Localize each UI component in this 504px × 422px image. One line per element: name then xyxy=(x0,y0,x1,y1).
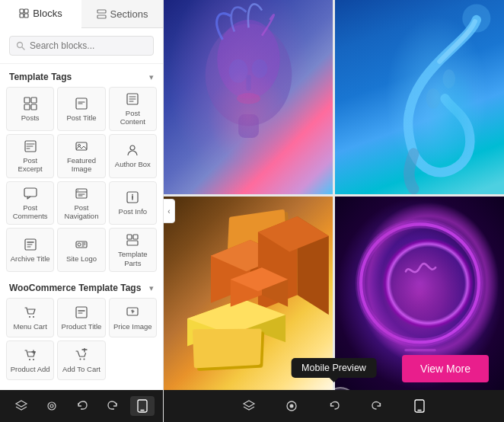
svg-point-94 xyxy=(373,235,467,330)
posts-icon xyxy=(24,97,37,110)
main-layers-btn[interactable] xyxy=(235,392,263,420)
block-menu-cart[interactable]: Menu Cart xyxy=(6,298,54,337)
svg-point-97 xyxy=(289,404,293,408)
woocommerce-grid: Menu Cart Product Title Price Image xyxy=(6,298,157,380)
svg-point-53 xyxy=(29,359,30,360)
svg-rect-8 xyxy=(24,98,30,103)
woocommerce-chevron[interactable]: ▾ xyxy=(149,283,154,293)
collapse-sidebar-arrow[interactable]: ‹ xyxy=(164,199,175,223)
svg-point-66 xyxy=(206,24,292,126)
svg-rect-10 xyxy=(24,104,30,110)
svg-point-89 xyxy=(361,224,479,342)
svg-rect-5 xyxy=(97,15,106,18)
block-product-title-label: Product Title xyxy=(62,322,102,331)
search-box xyxy=(0,28,163,64)
woocommerce-header: WooCommerce Template Tags ▾ xyxy=(6,275,157,298)
svg-rect-44 xyxy=(127,235,132,239)
hand-overlay xyxy=(335,0,504,194)
svg-marker-61 xyxy=(16,401,27,407)
block-site-logo[interactable]: Site Logo xyxy=(57,228,105,272)
main-mobile-icon xyxy=(414,399,425,413)
svg-rect-45 xyxy=(133,235,138,239)
svg-point-57 xyxy=(79,358,81,360)
post-comments-icon xyxy=(24,187,37,200)
block-site-logo-label: Site Logo xyxy=(66,254,97,263)
add-to-cart-icon xyxy=(75,348,88,362)
block-add-to-cart[interactable]: Add To Cart xyxy=(57,340,105,380)
sculpture-overlay xyxy=(164,0,333,194)
main-undo-btn[interactable] xyxy=(321,392,348,420)
block-posts[interactable]: Posts xyxy=(6,87,54,131)
image-cell-1 xyxy=(164,0,333,194)
block-featured-image[interactable]: Featured Image xyxy=(57,134,105,178)
template-parts-icon xyxy=(126,233,139,247)
block-author-box-label: Author Box xyxy=(115,160,151,168)
main-bottom-toolbar xyxy=(164,390,504,422)
template-tags-chevron[interactable]: ▾ xyxy=(149,72,154,82)
blocks-icon xyxy=(19,8,29,18)
main-layers-icon xyxy=(242,399,256,413)
svg-rect-4 xyxy=(97,10,106,13)
price-image-icon xyxy=(126,305,139,319)
block-product-add[interactable]: Product Add xyxy=(6,340,54,380)
block-template-parts[interactable]: Template Parts xyxy=(109,228,157,272)
block-author-box[interactable]: Author Box xyxy=(109,134,157,178)
svg-point-75 xyxy=(462,4,490,32)
menu-cart-icon xyxy=(24,305,37,319)
theme-icon xyxy=(45,399,59,413)
product-title-icon xyxy=(75,305,88,319)
block-featured-image-label: Featured Image xyxy=(61,156,101,174)
product-add-icon xyxy=(24,348,37,362)
woocommerce-title: WooCommerce Template Tags xyxy=(9,283,141,293)
post-title-icon xyxy=(75,97,88,110)
toolbar-theme-btn[interactable] xyxy=(39,396,65,416)
svg-point-47 xyxy=(29,316,30,318)
block-post-content-label: Post Content xyxy=(113,109,153,126)
toolbar-redo-btn[interactable] xyxy=(100,396,126,416)
svg-rect-70 xyxy=(246,75,250,91)
block-archive-title-label: Archive Title xyxy=(11,254,50,263)
block-post-content[interactable]: Post Content xyxy=(109,87,157,131)
image-cell-2 xyxy=(335,0,504,194)
main-circle-btn[interactable] xyxy=(278,392,305,420)
main-circle-icon xyxy=(285,399,298,413)
view-more-button[interactable]: View More xyxy=(402,355,489,382)
toolbar-undo-btn[interactable] xyxy=(69,396,95,416)
block-template-parts-label: Template Parts xyxy=(113,250,153,267)
block-price-image[interactable]: Price Image xyxy=(109,298,157,337)
toolbar-mobile-btn[interactable] xyxy=(130,396,155,416)
main-redo-btn[interactable] xyxy=(363,392,391,420)
mobile-icon xyxy=(136,399,148,413)
toolbar-layers-btn[interactable] xyxy=(8,396,34,416)
block-post-navigation[interactable]: Post Navigation xyxy=(57,181,105,225)
block-post-info[interactable]: Post Info xyxy=(109,181,157,225)
block-post-title[interactable]: Post Title xyxy=(57,87,105,131)
svg-point-74 xyxy=(426,88,441,109)
svg-marker-95 xyxy=(244,401,254,407)
block-post-excerpt[interactable]: Post Excerpt xyxy=(6,134,54,178)
block-post-title-label: Post Title xyxy=(66,113,96,122)
sidebar-scroll: Template Tags ▾ Posts xyxy=(0,64,163,390)
svg-rect-2 xyxy=(20,14,24,18)
main-content: ‹ xyxy=(164,0,504,422)
sidebar: Blocks Sections Template Tags ▾ xyxy=(0,0,164,422)
svg-line-7 xyxy=(22,47,24,50)
main-mobile-btn[interactable] xyxy=(406,392,433,420)
tab-sections[interactable]: Sections xyxy=(81,0,163,27)
block-archive-title[interactable]: Archive Title xyxy=(6,228,54,272)
tab-blocks[interactable]: Blocks xyxy=(0,0,81,28)
sections-icon xyxy=(97,9,107,19)
svg-point-48 xyxy=(33,316,34,318)
block-post-navigation-label: Post Navigation xyxy=(61,203,101,221)
post-content-icon xyxy=(126,92,139,106)
block-menu-cart-label: Menu Cart xyxy=(13,322,46,331)
block-post-comments[interactable]: Post Comments xyxy=(6,181,54,225)
search-input[interactable] xyxy=(30,40,147,51)
block-product-title[interactable]: Product Title xyxy=(57,298,105,337)
svg-rect-72 xyxy=(238,114,259,138)
svg-point-69 xyxy=(252,59,268,78)
svg-rect-1 xyxy=(24,9,28,13)
svg-rect-49 xyxy=(76,307,87,318)
svg-point-88 xyxy=(361,224,479,342)
author-box-icon xyxy=(126,143,139,157)
